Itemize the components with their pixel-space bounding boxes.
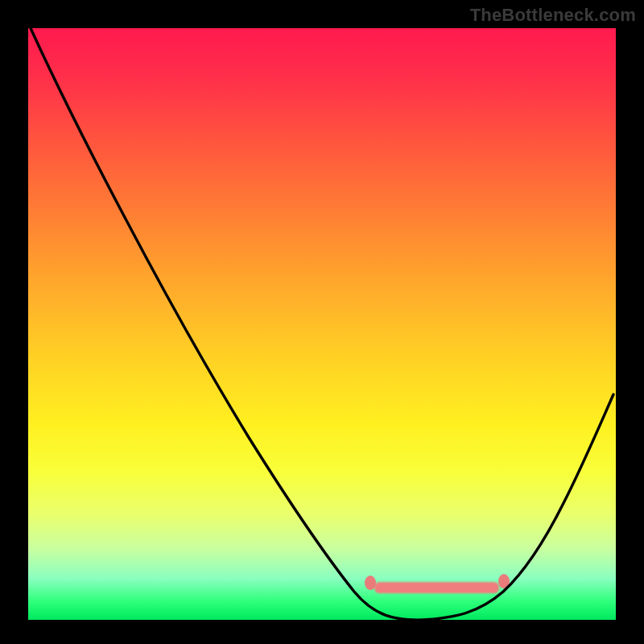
plot-area [28, 28, 616, 620]
chart-frame: TheBottleneck.com [0, 0, 644, 644]
curve-svg [28, 28, 616, 620]
bottleneck-curve-path [31, 28, 613, 620]
watermark-text: TheBottleneck.com [470, 5, 636, 26]
